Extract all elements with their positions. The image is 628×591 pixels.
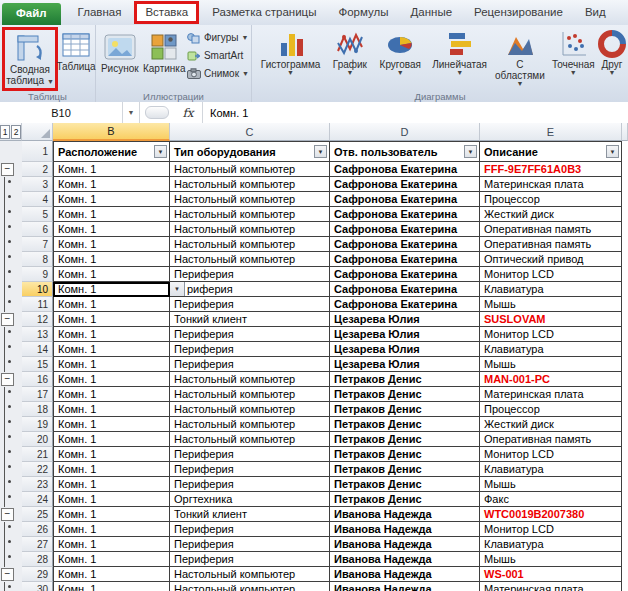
- cell-D20[interactable]: Петраков Денис: [330, 432, 480, 447]
- tab-Главная[interactable]: Главная: [67, 1, 133, 24]
- row-header-19[interactable]: 19: [22, 417, 53, 432]
- row-header-5[interactable]: 5: [22, 207, 53, 222]
- cell-D14[interactable]: Цезарева Юлия: [330, 342, 480, 357]
- cell-E23[interactable]: Мышь: [480, 477, 622, 492]
- cell-E14[interactable]: Клавиатура: [480, 342, 622, 357]
- cell-C12[interactable]: Тонкий клиент: [170, 312, 330, 327]
- row-header-30[interactable]: 30: [22, 582, 53, 591]
- cell-E5[interactable]: Жесткий диск: [480, 207, 622, 222]
- row-header-18[interactable]: 18: [22, 402, 53, 417]
- cell-B20[interactable]: Комн. 1: [53, 432, 170, 447]
- cell-C13[interactable]: Периферия: [170, 327, 330, 342]
- cell-D21[interactable]: Петраков Денис: [330, 447, 480, 462]
- cell-E20[interactable]: Оперативная память: [480, 432, 622, 447]
- cell-C11[interactable]: Периферия: [170, 297, 330, 312]
- cell-E18[interactable]: Процессор: [480, 402, 622, 417]
- cell-B7[interactable]: Комн. 1: [53, 237, 170, 252]
- row-header-17[interactable]: 17: [22, 387, 53, 402]
- row-header-13[interactable]: 13: [22, 327, 53, 342]
- formula-bar-value[interactable]: Комн. 1: [203, 102, 628, 123]
- cell-D16[interactable]: Петраков Денис: [330, 372, 480, 387]
- chart-button-График[interactable]: График▼: [327, 27, 372, 76]
- row-header-6[interactable]: 6: [22, 222, 53, 237]
- row-header-9[interactable]: 9: [22, 267, 53, 282]
- row-header-15[interactable]: 15: [22, 357, 53, 372]
- column-header-E[interactable]: E: [480, 123, 622, 141]
- cell-B27[interactable]: Комн. 1: [53, 537, 170, 552]
- cell-E2[interactable]: FFF-9E7FF61A0B3: [480, 162, 622, 177]
- name-box-dropdown-icon[interactable]: ▼: [123, 102, 140, 123]
- cell-B8[interactable]: Комн. 1: [53, 252, 170, 267]
- cell-E19[interactable]: Жесткий диск: [480, 417, 622, 432]
- cell-B19[interactable]: Комн. 1: [53, 417, 170, 432]
- chart-button-Точечная[interactable]: Точечная▼: [549, 27, 598, 76]
- picture-button[interactable]: Рисунок: [98, 29, 142, 76]
- cell-C20[interactable]: Настольный компьютер: [170, 432, 330, 447]
- cell-D2[interactable]: Сафронова Екатерина: [330, 162, 480, 177]
- cell-C14[interactable]: Периферия: [170, 342, 330, 357]
- cell-B2[interactable]: Комн. 1: [53, 162, 170, 177]
- cell-C26[interactable]: Периферия: [170, 522, 330, 537]
- cell-D5[interactable]: Сафронова Екатерина: [330, 207, 480, 222]
- row-header-22[interactable]: 22: [22, 462, 53, 477]
- row-header-21[interactable]: 21: [22, 447, 53, 462]
- cell-E7[interactable]: Оперативная память: [480, 237, 622, 252]
- row-header-4[interactable]: 4: [22, 192, 53, 207]
- cell-E29[interactable]: WS-001: [480, 567, 622, 582]
- outline-level-1-button[interactable]: 1: [0, 125, 10, 139]
- row-header-1[interactable]: 1: [22, 141, 53, 162]
- cell-D26[interactable]: Иванова Надежда: [330, 522, 480, 537]
- cell-B5[interactable]: Комн. 1: [53, 207, 170, 222]
- cell-E12[interactable]: SUSLOVAM: [480, 312, 622, 327]
- chart-button-Друг[interactable]: Друг▼: [598, 27, 626, 76]
- cell-B29[interactable]: Комн. 1: [53, 567, 170, 582]
- cell-C4[interactable]: Настольный компьютер: [170, 192, 330, 207]
- cell-C25[interactable]: Тонкий клиент: [170, 507, 330, 522]
- cell-C15[interactable]: Периферия: [170, 357, 330, 372]
- chart-button-Круговая[interactable]: Круговая▼: [373, 27, 428, 76]
- tab-Вставка[interactable]: Вставка: [134, 1, 199, 24]
- cell-D13[interactable]: Цезарева Юлия: [330, 327, 480, 342]
- filter-dropdown-icon[interactable]: ▼: [314, 145, 327, 158]
- cell-E9[interactable]: Монитор LCD: [480, 267, 622, 282]
- cell-D28[interactable]: Иванова Надежда: [330, 552, 480, 567]
- cell-E4[interactable]: Процессор: [480, 192, 622, 207]
- cell-C7[interactable]: Настольный компьютер: [170, 237, 330, 252]
- cell-C10[interactable]: риферия▼: [170, 282, 330, 297]
- row-header-14[interactable]: 14: [22, 342, 53, 357]
- column-header-B[interactable]: B: [53, 123, 170, 141]
- cell-D30[interactable]: Иванова Надежда: [330, 582, 480, 591]
- cell-D10[interactable]: Сафронова Екатерина: [330, 282, 480, 297]
- column-header-C[interactable]: C: [170, 123, 330, 141]
- cell-E3[interactable]: Материнская плата: [480, 177, 622, 192]
- cell-D27[interactable]: Иванова Надежда: [330, 537, 480, 552]
- cell-B3[interactable]: Комн. 1: [53, 177, 170, 192]
- cell-C24[interactable]: Оргтехника: [170, 492, 330, 507]
- chart-button-Гистограмма[interactable]: Гистограмма▼: [254, 27, 327, 76]
- cell-B10[interactable]: Комн. 1: [53, 282, 170, 297]
- cell-D29[interactable]: Иванова Надежда: [330, 567, 480, 582]
- cell-D9[interactable]: Сафронова Екатерина: [330, 267, 480, 282]
- cell-B24[interactable]: Комн. 1: [53, 492, 170, 507]
- cell-C30[interactable]: Настольный компьютер: [170, 582, 330, 591]
- cell-C27[interactable]: Периферия: [170, 537, 330, 552]
- row-header-12[interactable]: 12: [22, 312, 53, 327]
- cell-D23[interactable]: Петраков Денис: [330, 477, 480, 492]
- insert-function-icon[interactable]: fx: [174, 102, 203, 123]
- minus-icon[interactable]: −: [1, 508, 14, 521]
- cell-C6[interactable]: Настольный компьютер: [170, 222, 330, 237]
- cell-C17[interactable]: Настольный компьютер: [170, 387, 330, 402]
- row-header-27[interactable]: 27: [22, 537, 53, 552]
- row-header-8[interactable]: 8: [22, 252, 53, 267]
- table-button[interactable]: Таблица: [59, 27, 93, 74]
- cell-C16[interactable]: Настольный компьютер: [170, 372, 330, 387]
- select-all-corner[interactable]: [22, 123, 53, 141]
- cell-E30[interactable]: Материнская плата: [480, 582, 622, 591]
- chart-button-С областями[interactable]: С областями▼: [491, 27, 548, 87]
- cell-C9[interactable]: Периферия: [170, 267, 330, 282]
- cell-E28[interactable]: Мышь: [480, 552, 622, 567]
- cell-E22[interactable]: Клавиатура: [480, 462, 622, 477]
- tab-Рецензирование[interactable]: Рецензирование: [463, 1, 574, 24]
- row-header-11[interactable]: 11: [22, 297, 53, 312]
- cell-D11[interactable]: Сафронова Екатерина: [330, 297, 480, 312]
